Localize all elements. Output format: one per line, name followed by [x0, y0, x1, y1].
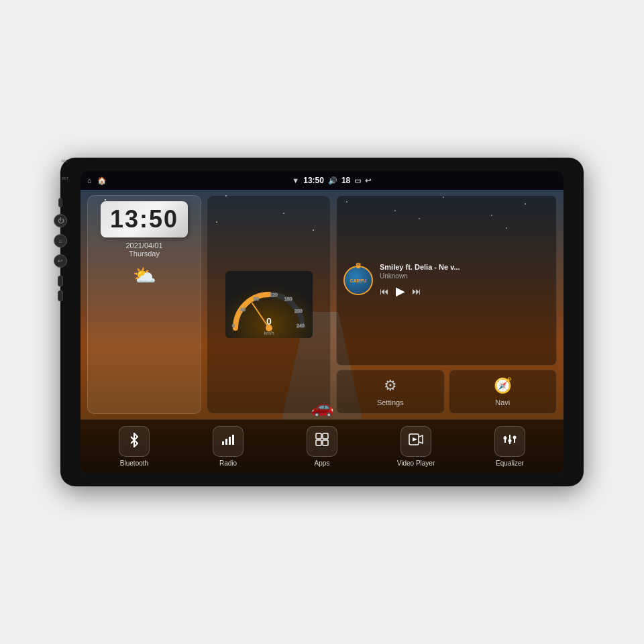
settings-icon: ⚙ — [384, 377, 397, 394]
svg-text:120: 120 — [270, 292, 278, 297]
svg-point-25 — [508, 439, 512, 443]
right-widgets: CARFU Smiley ft. Delia - Ne v... Unknown… — [336, 195, 557, 414]
music-artist: Unknown — [380, 272, 549, 280]
car-head-unit: MIC RST ⏻ ⌂ ↩ ⌂ 🏠 ▼ 13:50 🔊 18 — [60, 158, 584, 486]
status-center: ▼ 13:50 🔊 18 ▭ ↩ — [292, 176, 371, 185]
status-left-icons: ⌂ 🏠 — [87, 176, 107, 185]
next-button[interactable]: ⏭ — [412, 286, 421, 297]
apps-icon — [315, 432, 329, 451]
video-icon — [409, 432, 423, 451]
status-volume: 18 — [341, 176, 350, 185]
eq-icon — [502, 432, 517, 451]
speedometer-container: 0 40 80 120 160 200 240 — [225, 271, 313, 338]
svg-text:240: 240 — [297, 323, 305, 328]
music-logo: CARFU — [343, 266, 373, 295]
bluetooth-icon — [127, 433, 142, 451]
app-equalizer[interactable]: Equalizer — [463, 426, 557, 467]
home-status-icon: ⌂ — [87, 176, 92, 184]
volume-icon: 🔊 — [328, 176, 337, 185]
svg-rect-15 — [232, 435, 234, 445]
svg-rect-14 — [229, 437, 231, 445]
home-icon: ⌂ — [58, 237, 62, 244]
widgets-row: 13:50 2021/04/01 Thursday ⛅ — [80, 190, 564, 419]
music-widget[interactable]: CARFU Smiley ft. Delia - Ne v... Unknown… — [336, 195, 557, 366]
bluetooth-icon-wrapper — [119, 426, 150, 457]
svg-text:40: 40 — [240, 307, 246, 312]
navi-widget[interactable]: 🧭 Navi — [449, 370, 557, 414]
wifi-icon: ▼ — [292, 176, 299, 184]
rst-label: RST — [62, 176, 68, 180]
prev-button[interactable]: ⏮ — [380, 286, 389, 297]
side-btn-vol-up[interactable] — [58, 276, 63, 286]
radio-label: Radio — [219, 460, 237, 467]
svg-rect-12 — [222, 441, 224, 445]
settings-widget[interactable]: ⚙ Settings — [336, 370, 445, 414]
app-bluetooth[interactable]: Bluetooth — [87, 426, 181, 467]
eq-label: Equalizer — [496, 460, 524, 467]
mic-label: MIC — [62, 159, 68, 163]
side-btn-home-round[interactable]: ⌂ — [54, 234, 67, 248]
navi-icon: 🧭 — [494, 377, 512, 394]
svg-text:0: 0 — [232, 323, 235, 328]
app-radio[interactable]: Radio — [181, 426, 275, 467]
speedometer-widget: 0 40 80 120 160 200 240 — [207, 195, 331, 414]
radio-icon — [221, 432, 235, 451]
video-label: Video Player — [397, 460, 435, 467]
power-icon: ⏻ — [58, 217, 64, 224]
eq-icon-wrapper — [494, 426, 525, 457]
house-status-icon: 🏠 — [97, 176, 107, 185]
app-bar: Bluetooth Radio — [80, 419, 564, 473]
screen: ⌂ 🏠 ▼ 13:50 🔊 18 ▭ ↩ — [80, 171, 564, 473]
apps-icon-wrapper — [307, 426, 337, 457]
widget-bottom-row: ⚙ Settings 🧭 Navi — [336, 370, 557, 414]
battery-icon: ▭ — [354, 176, 361, 185]
radio-icon-wrapper — [213, 426, 244, 457]
play-button[interactable]: ▶ — [396, 284, 405, 299]
svg-text:0: 0 — [266, 316, 272, 327]
side-btn-power-round[interactable]: ⏻ — [54, 214, 67, 227]
apps-label: Apps — [315, 460, 330, 467]
music-controls: ⏮ ▶ ⏭ — [380, 284, 549, 299]
svg-text:80: 80 — [254, 297, 259, 301]
svg-rect-17 — [323, 433, 328, 439]
settings-label: Settings — [377, 398, 404, 407]
app-video[interactable]: Video Player — [369, 426, 463, 467]
svg-rect-16 — [316, 433, 321, 439]
svg-marker-21 — [413, 437, 417, 441]
status-bar: ⌂ 🏠 ▼ 13:50 🔊 18 ▭ ↩ — [80, 171, 564, 190]
back-status-icon: ↩ — [365, 176, 371, 185]
music-info: Smiley ft. Delia - Ne v... Unknown ⏮ ▶ ⏭ — [380, 263, 549, 299]
side-btn-power[interactable] — [58, 198, 62, 207]
music-title: Smiley ft. Delia - Ne v... — [380, 263, 549, 271]
speedometer-svg: 0 40 80 120 160 200 240 — [225, 271, 313, 338]
svg-text:160: 160 — [284, 297, 292, 301]
bluetooth-label: Bluetooth — [120, 460, 148, 467]
svg-text:km/h: km/h — [264, 331, 274, 335]
side-btn-vol-dn[interactable] — [58, 290, 63, 301]
main-content: 🚗 13:50 2021/04/01 Thursday ⛅ — [80, 190, 564, 473]
side-btn-back-round[interactable]: ↩ — [54, 254, 67, 268]
video-icon-wrapper — [400, 426, 431, 457]
clock-day: Thursday — [129, 250, 160, 258]
side-buttons: ⏻ ⌂ ↩ — [54, 198, 67, 301]
clock-display: 13:50 — [101, 201, 188, 237]
svg-text:200: 200 — [294, 309, 303, 313]
svg-rect-19 — [323, 440, 328, 445]
svg-point-23 — [504, 437, 507, 440]
svg-rect-18 — [316, 440, 321, 445]
back-icon: ↩ — [58, 258, 63, 264]
svg-point-27 — [513, 436, 517, 439]
clock-widget: 13:50 2021/04/01 Thursday ⛅ — [87, 195, 201, 414]
app-apps[interactable]: Apps — [275, 426, 369, 467]
status-time: 13:50 — [303, 176, 324, 185]
music-logo-text: CARFU — [350, 278, 367, 283]
clock-date: 2021/04/01 — [125, 241, 162, 250]
svg-rect-13 — [225, 439, 227, 445]
weather-icon: ⛅ — [133, 264, 156, 286]
navi-label: Navi — [495, 398, 510, 407]
